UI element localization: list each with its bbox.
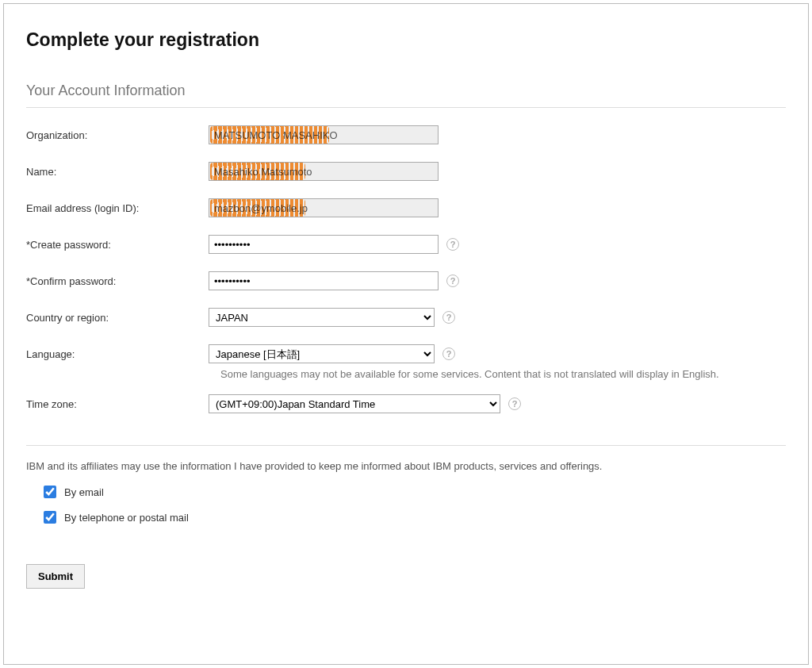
- label-name: Name:: [26, 166, 209, 178]
- organization-field: [209, 125, 439, 144]
- consent-email-row[interactable]: By email: [40, 483, 786, 501]
- submit-button[interactable]: Submit: [26, 564, 85, 589]
- row-confirm-password: *Confirm password: ?: [26, 271, 786, 290]
- help-icon[interactable]: ?: [446, 274, 459, 287]
- account-info-heading: Your Account Information: [26, 83, 786, 108]
- row-timezone: Time zone: (GMT+09:00)Japan Standard Tim…: [26, 394, 786, 413]
- help-icon[interactable]: ?: [442, 311, 455, 324]
- country-select[interactable]: JAPAN: [209, 308, 435, 327]
- label-create-password: *Create password:: [26, 239, 209, 251]
- label-email: Email address (login ID):: [26, 202, 209, 214]
- section-divider: [26, 445, 786, 446]
- email-field: [209, 198, 439, 217]
- label-confirm-password: *Confirm password:: [26, 275, 209, 287]
- label-country: Country or region:: [26, 312, 209, 324]
- label-language: Language:: [26, 348, 209, 360]
- name-field: [209, 162, 439, 181]
- row-country: Country or region: JAPAN ?: [26, 308, 786, 327]
- row-name: Name:: [26, 162, 786, 181]
- consent-intro: IBM and its affiliates may use the infor…: [26, 460, 786, 472]
- consent-email-label: By email: [64, 486, 104, 498]
- confirm-password-field[interactable]: [209, 271, 439, 290]
- row-language: Language: Japanese [日本語] ?: [26, 344, 786, 363]
- help-icon[interactable]: ?: [442, 347, 455, 360]
- consent-phone-mail-row[interactable]: By telephone or postal mail: [40, 509, 786, 526]
- page-title: Complete your registration: [26, 29, 786, 51]
- help-icon[interactable]: ?: [508, 397, 521, 410]
- label-organization: Organization:: [26, 129, 209, 141]
- consent-phone-mail-checkbox[interactable]: [44, 511, 56, 524]
- timezone-select[interactable]: (GMT+09:00)Japan Standard Time: [209, 394, 500, 413]
- row-organization: Organization:: [26, 125, 786, 144]
- help-icon[interactable]: ?: [446, 238, 459, 251]
- create-password-field[interactable]: [209, 235, 439, 254]
- consent-email-checkbox[interactable]: [44, 486, 56, 498]
- language-select[interactable]: Japanese [日本語]: [209, 344, 435, 363]
- consent-phone-mail-label: By telephone or postal mail: [64, 512, 189, 524]
- language-availability-note: Some languages may not be available for …: [220, 368, 786, 380]
- row-create-password: *Create password: ?: [26, 235, 786, 254]
- label-timezone: Time zone:: [26, 398, 209, 410]
- registration-frame: Complete your registration Your Account …: [3, 3, 809, 665]
- row-email: Email address (login ID):: [26, 198, 786, 217]
